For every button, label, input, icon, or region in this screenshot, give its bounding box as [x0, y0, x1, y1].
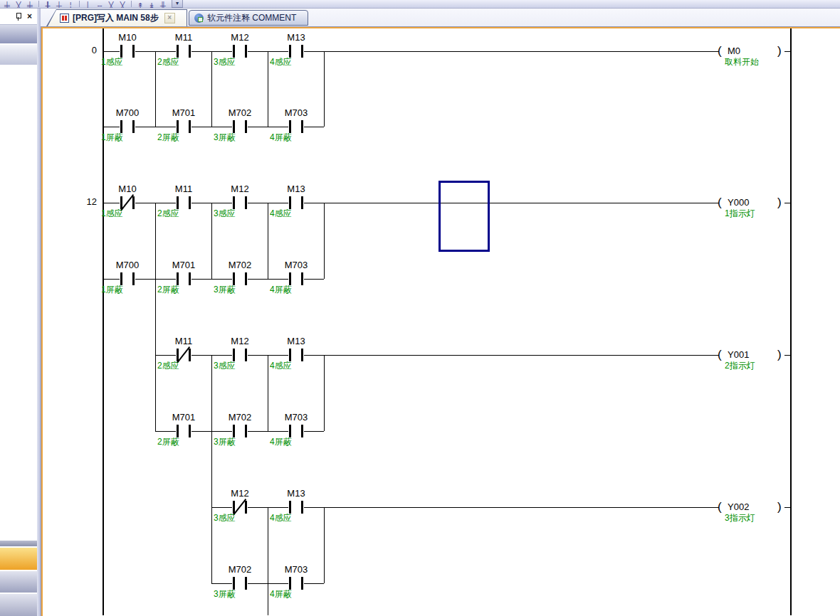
device-comment: 2感应 [157, 56, 213, 68]
coil-icon[interactable]: ┼ [54, 0, 64, 8]
coil-M0[interactable]: M0 [728, 46, 770, 56]
device-label: M700 [105, 260, 150, 270]
branch-connector [324, 355, 325, 431]
comment-icon [194, 14, 204, 23]
device-label: M702 [217, 107, 263, 118]
device-comment: 4感应 [270, 208, 325, 220]
pin-icon[interactable] [15, 12, 22, 21]
selection-cursor[interactable] [439, 181, 490, 252]
open-contact-icon[interactable]: ╪ [2, 0, 12, 8]
device-label: M13 [273, 32, 319, 43]
delete-horizontal-icon[interactable]: ╳ [117, 0, 127, 8]
coil-open-paren: ( [718, 195, 722, 211]
branch-connector [268, 203, 268, 279]
branch-connector [211, 203, 212, 279]
device-label: M700 [105, 107, 150, 118]
device-label: M703 [273, 564, 319, 575]
device-comment: 2屏蔽 [157, 436, 213, 448]
coil-to-rail-line [784, 203, 790, 203]
nav-section-bar-second[interactable] [0, 45, 37, 65]
coil-to-rail-line [784, 355, 790, 356]
branch-connector [211, 355, 212, 431]
device-comment: 4屏蔽 [270, 132, 325, 144]
device-comment: 3屏蔽 [214, 588, 269, 600]
application-instruction-icon[interactable]: ╎ [65, 0, 75, 8]
pulse-branch-icon[interactable]: ╫ [158, 0, 168, 8]
rung-main-line [211, 507, 719, 508]
toolbar-separator [38, 1, 39, 7]
branch-connector [155, 203, 156, 279]
device-label: M11 [161, 32, 206, 43]
device-comment: 4感应 [270, 512, 325, 524]
ladder-symbol-toolbar: ╪╳╪╂┼╎│╌╳╳↟↡╫▾ [0, 0, 840, 9]
branch-connector [268, 51, 268, 127]
right-power-rail [790, 28, 792, 615]
device-comment: 1感应 [101, 208, 157, 220]
delete-vertical-icon[interactable]: ╳ [106, 0, 116, 8]
device-comment: 2感应 [157, 360, 213, 372]
close-icon[interactable]: × [27, 12, 32, 21]
device-comment: 2屏蔽 [157, 132, 213, 144]
branch-connector [155, 51, 156, 127]
device-comment: 1感应 [101, 56, 157, 68]
device-label: M12 [217, 488, 263, 499]
branch-connector [211, 51, 212, 127]
coil-open-paren: ( [718, 499, 722, 515]
device-label: M701 [161, 412, 206, 423]
nav-collapsed-bar[interactable] [0, 541, 37, 546]
toolbar-overflow-icon[interactable]: ▾ [172, 0, 183, 8]
device-comment: 3感应 [214, 512, 269, 524]
vertical-line-icon[interactable]: │ [83, 0, 93, 8]
device-label: M13 [273, 184, 319, 194]
device-comment: 1屏蔽 [101, 132, 157, 144]
branch-connector [268, 355, 268, 431]
editor-window: [PRG]写入 MAIN 58步 × 软元件注释 COMMENT 0M101感应… [41, 9, 840, 616]
nav-section-bar-4[interactable] [0, 594, 37, 616]
device-label: M703 [273, 107, 319, 118]
device-comment: 3感应 [214, 208, 269, 220]
nav-section-bar-top[interactable] [0, 24, 37, 43]
device-label: M702 [217, 260, 263, 270]
program-icon [60, 14, 69, 23]
open-branch-icon[interactable]: ╪ [25, 0, 35, 8]
ladder-canvas[interactable]: 0M101感应M112感应M123感应M134感应M7001屏蔽M7012屏蔽M… [43, 28, 840, 616]
coil-Y001[interactable]: Y001 [728, 349, 770, 360]
coil-to-rail-line [784, 51, 790, 52]
nav-section-bar-3[interactable] [0, 571, 37, 593]
horizontal-line-icon[interactable]: ╌ [95, 0, 105, 8]
device-label: M13 [273, 488, 319, 499]
falling-pulse-icon[interactable]: ↡ [147, 0, 157, 8]
close-branch-icon[interactable]: ╂ [43, 0, 53, 8]
branch-connector [324, 51, 325, 127]
device-label: M12 [217, 336, 263, 346]
branch-connector [324, 507, 325, 583]
device-label: M12 [217, 184, 263, 194]
rising-pulse-icon[interactable]: ↟ [135, 0, 145, 8]
tab-label: [PRG]写入 MAIN 58步 [73, 12, 159, 24]
nav-selected-bar[interactable] [0, 548, 37, 570]
close-contact-icon[interactable]: ╳ [14, 0, 23, 8]
tab-device-comment[interactable]: 软元件注释 COMMENT [189, 10, 308, 26]
rung-main-line [103, 203, 719, 203]
coil-comment: 1指示灯 [725, 208, 780, 220]
device-comment: 3屏蔽 [214, 132, 269, 144]
device-comment: 4屏蔽 [270, 436, 325, 448]
device-label: M701 [161, 107, 206, 118]
tab-close-icon[interactable]: × [164, 13, 175, 23]
device-label: M703 [273, 260, 319, 270]
tab-prg-main[interactable]: [PRG]写入 MAIN 58步 × [46, 9, 187, 26]
device-label: M702 [217, 412, 263, 423]
step-number: 0 [70, 45, 97, 55]
device-comment: 3感应 [214, 56, 269, 68]
device-label: M10 [105, 184, 150, 194]
device-comment: 2屏蔽 [157, 284, 213, 296]
document-tabbar: [PRG]写入 MAIN 58步 × 软元件注释 COMMENT [41, 9, 840, 27]
rung-drop-line [268, 583, 268, 615]
device-comment: 1屏蔽 [101, 284, 157, 296]
left-power-rail [103, 28, 104, 615]
step-number: 12 [70, 196, 97, 207]
branch-connector [268, 507, 268, 583]
coil-Y002[interactable]: Y002 [728, 501, 770, 512]
coil-Y000[interactable]: Y000 [728, 197, 770, 208]
device-label: M702 [217, 564, 263, 575]
